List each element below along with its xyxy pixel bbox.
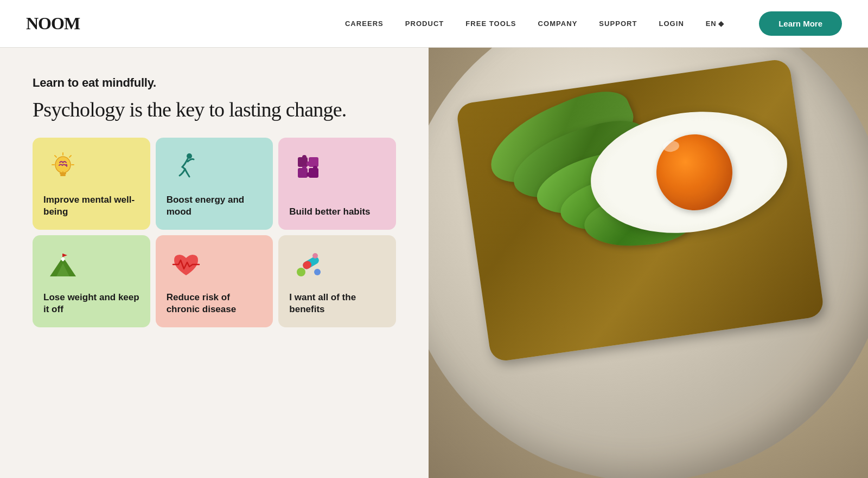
- svg-point-20: [314, 269, 321, 275]
- hero-image: [429, 48, 868, 478]
- card-energy-label: Boost energy and mood: [167, 194, 263, 218]
- card-chronic-label: Reduce risk of chronic disease: [167, 292, 263, 315]
- nav-product[interactable]: PRODUCT: [405, 20, 444, 28]
- svg-line-2: [69, 156, 71, 157]
- running-figure-icon: [167, 148, 206, 188]
- card-weight[interactable]: Lose weight and keep it off: [33, 235, 150, 327]
- headline-main: Psychology is the key to lasting change.: [33, 98, 396, 122]
- learn-more-button[interactable]: Learn More: [759, 11, 842, 36]
- puzzle-icon: [289, 148, 328, 188]
- svg-point-19: [312, 253, 318, 259]
- nav: CAREERS PRODUCT FREE TOOLS COMPANY SUPPO…: [345, 11, 842, 36]
- card-benefits-label: I want all of the benefits: [289, 292, 385, 315]
- cards-grid: Improve mental well-being: [33, 138, 396, 327]
- svg-point-9: [187, 153, 192, 159]
- nav-careers[interactable]: CAREERS: [345, 20, 384, 28]
- header: NOOM CAREERS PRODUCT FREE TOOLS COMPANY …: [0, 0, 868, 48]
- card-mental[interactable]: Improve mental well-being: [33, 138, 150, 230]
- svg-rect-13: [309, 168, 318, 178]
- card-mental-label: Improve mental well-being: [43, 194, 139, 218]
- svg-rect-11: [309, 157, 318, 167]
- lightbulb-brain-icon: [43, 148, 82, 188]
- language-selector[interactable]: EN ◆: [706, 20, 724, 28]
- headline-bold: Learn to eat mindfully.: [33, 76, 396, 90]
- avocado-toast-image: [429, 48, 868, 478]
- card-energy[interactable]: Boost energy and mood: [156, 138, 273, 230]
- nav-support[interactable]: SUPPORT: [599, 20, 637, 28]
- svg-rect-10: [298, 157, 308, 167]
- svg-rect-7: [60, 175, 66, 176]
- svg-rect-12: [298, 168, 308, 178]
- main-content: Learn to eat mindfully. Psychology is th…: [0, 48, 868, 478]
- logo[interactable]: NOOM: [26, 14, 80, 34]
- nav-login[interactable]: LOGIN: [659, 20, 684, 28]
- card-weight-label: Lose weight and keep it off: [43, 292, 139, 315]
- card-benefits[interactable]: I want all of the benefits: [278, 235, 396, 327]
- nav-free-tools[interactable]: FREE TOOLS: [465, 20, 516, 28]
- svg-marker-15: [63, 254, 67, 257]
- nav-company[interactable]: COMPANY: [538, 20, 578, 28]
- heart-pulse-icon: [167, 246, 206, 285]
- pills-dots-icon: [289, 246, 328, 285]
- card-habits[interactable]: Build better habits: [278, 138, 396, 230]
- left-content: Learn to eat mindfully. Psychology is th…: [0, 48, 429, 478]
- mountain-flag-icon: [43, 246, 82, 285]
- svg-line-3: [55, 156, 56, 157]
- card-chronic[interactable]: Reduce risk of chronic disease: [156, 235, 273, 327]
- card-habits-label: Build better habits: [289, 206, 385, 218]
- svg-point-18: [297, 268, 305, 276]
